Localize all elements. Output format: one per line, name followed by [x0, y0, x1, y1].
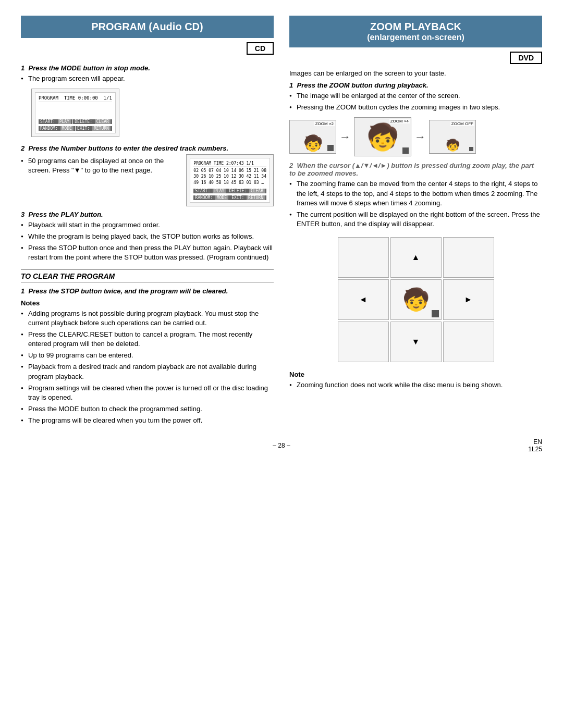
screen2-header: PROGRAM TIME 2:07:43 1/1	[193, 161, 266, 167]
zoom-x2-label: ZOOM ×2	[314, 121, 335, 126]
zoom-intro: Images can be enlarged on the screen to …	[289, 69, 542, 77]
zoom-note-1: Zooming function does not work while the…	[289, 380, 542, 390]
screen1-footer: START: PLAY DELETE: CLEAR	[39, 119, 112, 124]
zoom-step1-instruction: 1 Press the ZOOM button during playback.	[289, 81, 542, 89]
right-column: ZOOM PLAYBACK (enlargement on-screen) DV…	[289, 16, 542, 428]
grid-cell-bl	[338, 322, 389, 362]
step2-content: 50 programs can be displayed at once on …	[21, 154, 274, 206]
screen1-body	[39, 102, 112, 117]
grid-cell-br	[443, 322, 494, 362]
zoom-x4-label: ZOOM ×4	[389, 119, 410, 124]
screen2-image: PROGRAM TIME 2:07:43 1/1 02 05 07 04 10 …	[186, 154, 274, 206]
zoom-nav-grid: ▲ ◄ 🧒 ► ▼	[338, 237, 494, 362]
lang-code: EN	[533, 438, 542, 446]
subsection-header: TO CLEAR THE PROGRAM	[21, 269, 274, 283]
zoom-off-label: ZOOM OFF	[450, 121, 474, 126]
note-4: Playback from a desired track and random…	[21, 362, 274, 381]
zoom-off-box: ZOOM OFF 🧒	[429, 120, 476, 154]
screen1-image: PROGRAM TIME 0:00:00 1/1 START: PLAY DEL…	[31, 89, 119, 137]
notes-list: Adding programs is not possible during p…	[21, 309, 274, 426]
zoom-step2-bullet1: The zooming frame can be moved from the …	[289, 179, 542, 208]
zoom-step2-bullets: The zooming frame can be moved from the …	[289, 179, 542, 229]
step2-block: 2 Press the Number buttons to enter the …	[21, 144, 274, 206]
page-number: – 28 –	[194, 442, 368, 449]
dvd-badge-row: DVD	[289, 52, 542, 69]
dvd-badge: DVD	[510, 52, 542, 64]
screen1-footer2: RANDOM: MODE EXIT: RETURN	[39, 126, 112, 131]
zoom-x2-square	[327, 145, 334, 151]
zoom-step2-instruction: 2 When the cursor (▲/▼/◄/►) button is pr…	[289, 162, 542, 177]
left-column: PROGRAM (Audio CD) CD 1 Press the MODE b…	[21, 16, 274, 428]
zoom-images-row: ZOOM ×2 🧒 → ZOOM ×4 🧒 →	[289, 117, 542, 156]
step2-bullets: 50 programs can be displayed at once on …	[21, 156, 180, 177]
program-header: PROGRAM (Audio CD)	[21, 16, 274, 38]
step3-bullet1: Playback will start in the programmed or…	[21, 220, 274, 230]
screen2-inner: PROGRAM TIME 2:07:43 1/1 02 05 07 04 10 …	[190, 158, 270, 203]
note-1: Adding programs is not possible during p…	[21, 309, 274, 328]
zoom-step1-bullets: The image will be enlarged at the center…	[289, 91, 542, 112]
screen2-footer: START: PLAY DELETE: CLEAR	[193, 189, 266, 193]
screen2-footer2: RANDOM: MODE EXIT: RETURN	[193, 195, 266, 200]
note-7: The programs will be cleared when you tu…	[21, 416, 274, 425]
zoom-note-header: Note	[289, 371, 542, 378]
arrow-2: →	[414, 130, 426, 144]
step3-instruction: 3 Press the PLAY button.	[21, 211, 274, 218]
note-6: Press the MODE button to check the progr…	[21, 404, 274, 414]
zoom-step2-bullet2: The current position will be displayed o…	[289, 210, 542, 229]
zoom-step1-bullet2: Pressing the ZOOM button cycles the zoom…	[289, 103, 542, 112]
note-3: Up to 99 programs can be entered.	[21, 351, 274, 360]
center-square	[432, 310, 439, 317]
grid-cell-mr: ►	[443, 279, 494, 320]
zoom-grid-container: ▲ ◄ 🧒 ► ▼	[289, 237, 542, 362]
zoom-x4-figure: 🧒	[366, 124, 399, 150]
zoom-off-figure: 🧒	[446, 140, 460, 151]
step2-bullet1: 50 programs can be displayed at once on …	[21, 156, 180, 175]
center-figure: 🧒	[402, 289, 430, 311]
page-container: PROGRAM (Audio CD) CD 1 Press the MODE b…	[21, 16, 542, 453]
zoom-x2-figure: 🧒	[303, 135, 323, 151]
grid-cell-tl	[338, 237, 389, 278]
step1-bullet1: The program screen will appear.	[21, 74, 274, 83]
step2-instruction: 2 Press the Number buttons to enter the …	[21, 144, 274, 152]
screen1-inner: PROGRAM TIME 0:00:00 1/1 START: PLAY DEL…	[35, 92, 116, 133]
grid-cell-mc: 🧒	[390, 279, 442, 320]
step1-bullets: The program screen will appear.	[21, 74, 274, 83]
page-footer: – 28 – EN 1L25	[21, 438, 542, 453]
cd-badge: CD	[247, 42, 274, 55]
step3-bullet3: Press the STOP button once and then pres…	[21, 243, 274, 262]
notes-header: Notes	[21, 299, 274, 307]
grid-cell-bc: ▼	[390, 322, 442, 362]
zoom-step1-bullet1: The image will be enlarged at the center…	[289, 91, 542, 101]
note-5: Program settings will be cleared when th…	[21, 384, 274, 402]
screen2-tracks: 02 05 07 04 10 14 06 15 21 08 30 26 10 2…	[193, 167, 266, 187]
zoom-off-square	[469, 147, 473, 151]
grid-cell-tr	[443, 237, 494, 278]
zoom-note-list: Zooming function does not work while the…	[289, 380, 542, 390]
zoom-header: ZOOM PLAYBACK (enlargement on-screen)	[289, 16, 542, 47]
screen1-header: PROGRAM TIME 0:00:00 1/1	[39, 95, 112, 102]
main-columns: PROGRAM (Audio CD) CD 1 Press the MODE b…	[21, 16, 542, 428]
clear-step1-instruction: 1 Press the STOP button twice, and the p…	[21, 287, 274, 295]
zoom-x4-square	[402, 147, 409, 154]
step3-bullet2: While the program is being played back, …	[21, 232, 274, 241]
grid-cell-tc: ▲	[390, 237, 442, 278]
zoom-x2-box: ZOOM ×2 🧒	[289, 120, 336, 154]
zoom-x4-box: ZOOM ×4 🧒	[354, 117, 411, 156]
model-code: 1L25	[528, 446, 542, 453]
step1-instruction: 1 Press the MODE button in stop mode.	[21, 64, 274, 72]
arrow-1: →	[339, 130, 351, 144]
step3-bullets: Playback will start in the programmed or…	[21, 220, 274, 263]
note-2: Press the CLEAR/C.RESET button to cancel…	[21, 330, 274, 349]
grid-cell-ml: ◄	[338, 279, 389, 320]
cd-badge-row: CD	[21, 42, 274, 60]
